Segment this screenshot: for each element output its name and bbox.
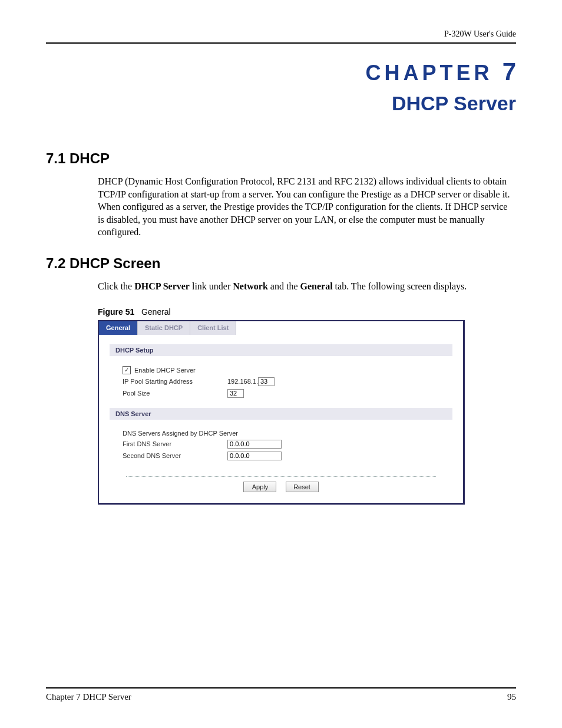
section-7-1-heading: 7.1 DHCP — [46, 150, 516, 167]
page-footer: Chapter 7 DHCP Server 95 — [46, 687, 516, 702]
ip-pool-start-input[interactable] — [258, 377, 275, 386]
figure-caption: Figure 51 General — [98, 307, 516, 317]
figure-label: Figure 51 — [98, 307, 134, 317]
enable-dhcp-checkbox[interactable]: ✓ — [123, 366, 131, 374]
figure-title: General — [141, 307, 171, 317]
second-dns-label: Second DNS Server — [123, 452, 227, 459]
chapter-title: DHCP Server — [46, 92, 516, 115]
intro-bold-general: General — [300, 281, 333, 291]
apply-button[interactable]: Apply — [243, 482, 276, 492]
intro-bold-dhcpserver: DHCP Server — [134, 281, 190, 291]
intro-pre: Click the — [98, 281, 134, 291]
dotted-separator — [126, 476, 436, 477]
tab-general[interactable]: General — [99, 321, 138, 335]
ip-pool-start-label: IP Pool Starting Address — [123, 378, 227, 385]
pool-size-input[interactable] — [227, 389, 244, 398]
first-dns-input[interactable] — [227, 440, 282, 449]
second-dns-input[interactable] — [227, 452, 282, 460]
ip-pool-prefix: 192.168.1. — [227, 378, 258, 385]
section-7-2-paragraph: Click the DHCP Server link under Network… — [98, 280, 511, 293]
dhcp-setup-section-bar: DHCP Setup — [110, 344, 452, 356]
chapter-label: CHAPTER — [366, 61, 493, 85]
bottom-rule — [46, 687, 516, 689]
section-7-2-heading: 7.2 DHCP Screen — [46, 255, 516, 272]
dns-server-section-bar: DNS Server — [110, 408, 452, 420]
section-7-1-paragraph: DHCP (Dynamic Host Configuration Protoco… — [98, 175, 511, 239]
chapter-heading-block: CHAPTER 7 DHCP Server — [46, 58, 516, 115]
chapter-number: 7 — [503, 58, 516, 85]
top-rule — [46, 42, 516, 44]
reset-button[interactable]: Reset — [286, 482, 319, 492]
footer-page-number: 95 — [507, 692, 516, 702]
dns-assigned-label: DNS Servers Assigned by DHCP Server — [123, 430, 238, 437]
first-dns-label: First DNS Server — [123, 440, 227, 447]
intro-post: tab. The following screen displays. — [333, 281, 467, 291]
intro-bold-network: Network — [233, 281, 268, 291]
tab-static-dhcp[interactable]: Static DHCP — [138, 321, 190, 335]
tab-bar: General Static DHCP Client List — [99, 321, 463, 335]
header-guide-title: P-320W User's Guide — [46, 29, 516, 39]
intro-mid2: and the — [268, 281, 300, 291]
ui-figure: General Static DHCP Client List DHCP Set… — [98, 320, 465, 505]
intro-mid1: link under — [190, 281, 233, 291]
tab-client-list[interactable]: Client List — [190, 321, 236, 335]
enable-dhcp-label: Enable DHCP Server — [134, 367, 196, 374]
pool-size-label: Pool Size — [123, 390, 227, 397]
footer-chapter-label: Chapter 7 DHCP Server — [46, 692, 131, 702]
